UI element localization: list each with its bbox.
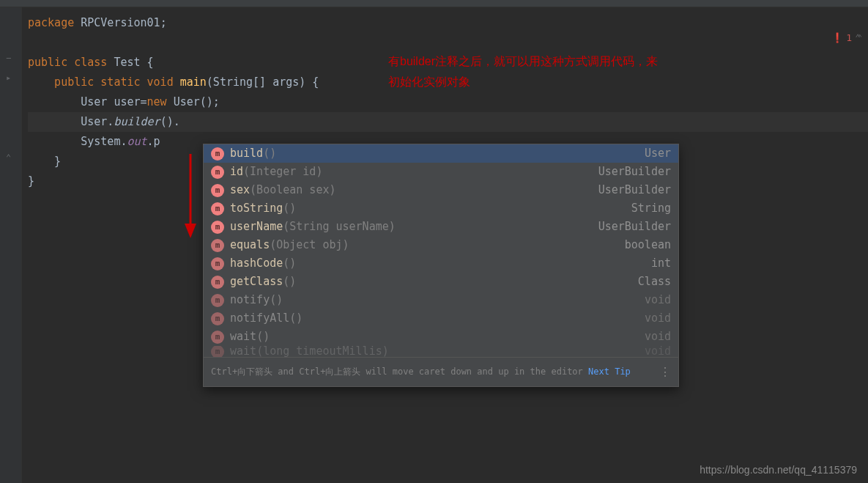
autocomplete-item[interactable]: muserName(String userName)UserBuilder — [204, 218, 678, 236]
autocomplete-item[interactable]: mgetClass()Class — [204, 273, 678, 291]
method-name: sex — [230, 183, 250, 196]
method-name: notify — [230, 293, 270, 306]
method-name: equals — [230, 238, 270, 251]
return-type: String — [631, 199, 671, 218]
chevron-icon: ⌃ — [855, 28, 861, 48]
return-type: User — [645, 144, 671, 163]
method-params: () — [289, 311, 303, 325]
method-name: toString — [230, 202, 283, 215]
annotation-text: 有builder注释之后，就可以用这种方式调用代码，来 初始化实例对象 — [388, 51, 740, 92]
error-indicator[interactable]: ❗ 1 ⌃ — [831, 28, 861, 48]
method-icon: m — [211, 202, 224, 215]
method-params: (Boolean sex) — [250, 183, 335, 196]
method-icon: m — [211, 257, 224, 270]
code-line: User user=new User(); — [28, 92, 868, 112]
method-params: (String userName) — [283, 220, 396, 233]
method-icon: m — [211, 276, 224, 289]
method-name: build — [230, 147, 263, 160]
gutter: − ▸ ⌃ — [0, 7, 22, 483]
return-type: Class — [638, 272, 671, 292]
method-name: userName — [230, 220, 283, 233]
autocomplete-item[interactable]: mwait()void — [204, 328, 678, 346]
method-params: (Object obj) — [270, 238, 349, 251]
method-params: (Integer id) — [243, 165, 322, 178]
autocomplete-popup[interactable]: mbuild()Usermid(Integer id)UserBuilderms… — [203, 144, 679, 387]
error-icon: ❗ — [831, 28, 843, 48]
method-icon: m — [211, 294, 224, 307]
autocomplete-item[interactable]: mtoString()String — [204, 199, 678, 218]
method-name: notifyAll — [230, 311, 289, 325]
method-params: () — [283, 257, 296, 270]
fold-mark[interactable]: ⌃ — [6, 152, 11, 163]
return-type: boolean — [625, 235, 671, 255]
method-name: wait — [230, 330, 256, 343]
method-icon: m — [211, 346, 224, 357]
method-params: () — [263, 147, 276, 160]
method-icon: m — [211, 312, 224, 325]
autocomplete-item[interactable]: mhashCode()int — [204, 254, 678, 273]
code-line — [28, 33, 868, 53]
autocomplete-item[interactable]: msex(Boolean sex)UserBuilder — [204, 181, 678, 199]
method-icon: m — [211, 221, 224, 234]
autocomplete-item[interactable]: mwait(long timeoutMillis)void — [204, 346, 678, 357]
return-type: void — [645, 327, 671, 347]
return-type: UserBuilder — [598, 162, 671, 182]
method-params: () — [270, 293, 283, 306]
method-params: () — [283, 275, 296, 288]
method-name: wait — [230, 346, 256, 357]
method-icon: m — [211, 239, 224, 252]
error-count: 1 — [846, 28, 852, 48]
footer-hint: Ctrl+向下箭头 and Ctrl+向上箭头 will move caret … — [211, 366, 588, 377]
autocomplete-item[interactable]: mnotifyAll()void — [204, 309, 678, 328]
method-params: (long timeoutMillis) — [256, 346, 389, 357]
watermark: https://blog.csdn.net/qq_41115379 — [700, 464, 857, 476]
more-icon[interactable]: ⋮ — [659, 362, 671, 382]
run-mark[interactable]: ▸ — [6, 73, 11, 83]
svg-marker-1 — [185, 224, 196, 238]
method-name: getClass — [230, 275, 283, 288]
code-line-active: User.builder(). — [28, 112, 868, 132]
autocomplete-item[interactable]: mid(Integer id)UserBuilder — [204, 163, 678, 181]
return-type: int — [651, 254, 671, 273]
autocomplete-item[interactable]: mnotify()void — [204, 291, 678, 309]
editor-container: − ▸ ⌃ ⌃ ❗ 1 ⌃ package RPCVersion01; publ… — [0, 7, 868, 483]
return-type: void — [645, 346, 671, 357]
fold-mark[interactable]: − — [6, 53, 11, 63]
popup-footer: Ctrl+向下箭头 and Ctrl+向上箭头 will move caret … — [204, 357, 678, 386]
return-type: UserBuilder — [598, 217, 671, 237]
code-line: package RPCVersion01; — [28, 13, 868, 33]
return-type: void — [645, 309, 671, 328]
next-tip-link[interactable]: Next Tip — [588, 366, 631, 377]
tab-bar-partial — [0, 0, 868, 7]
return-type: void — [645, 290, 671, 310]
method-icon: m — [211, 331, 224, 344]
autocomplete-item[interactable]: mbuild()User — [204, 144, 678, 163]
method-params: () — [256, 330, 270, 343]
return-type: UserBuilder — [598, 180, 671, 200]
method-params: () — [283, 202, 296, 215]
autocomplete-item[interactable]: mequals(Object obj)boolean — [204, 236, 678, 254]
method-name: hashCode — [230, 257, 283, 270]
method-name: id — [230, 165, 243, 178]
method-icon: m — [211, 166, 224, 179]
method-icon: m — [211, 147, 224, 161]
method-icon: m — [211, 184, 224, 197]
code-area[interactable]: ⌃ ❗ 1 ⌃ package RPCVersion01; public cla… — [22, 7, 868, 483]
